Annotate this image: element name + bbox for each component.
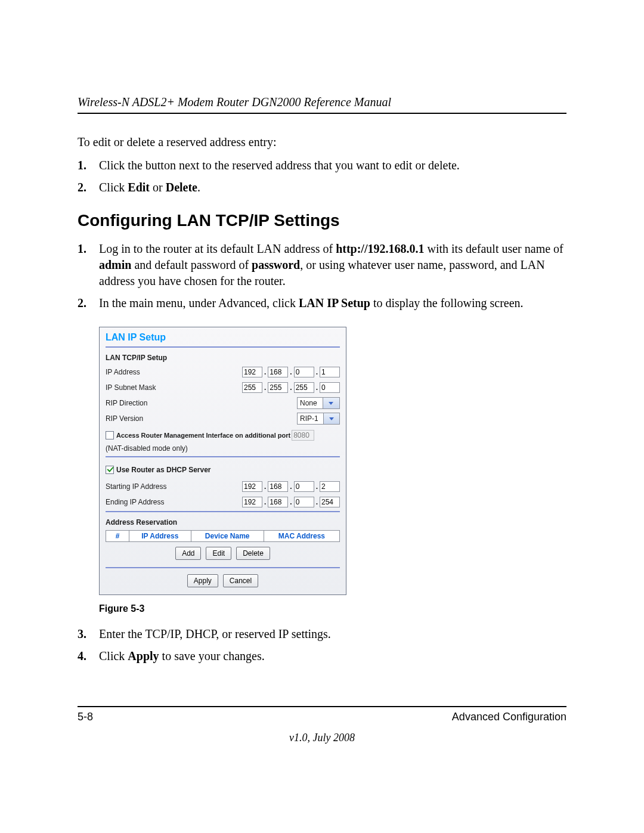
col-ip-address: IP Address xyxy=(129,531,191,542)
running-header: Wireless-N ADSL2+ Modem Router DGN2000 R… xyxy=(78,95,566,114)
lan-ip-setup-panel: LAN IP Setup LAN TCP/IP Setup IP Address… xyxy=(99,327,346,595)
start-octet-4[interactable] xyxy=(320,481,340,492)
step-text: Click Apply to save your changes. xyxy=(99,648,566,664)
figure-caption: Figure 5-3 xyxy=(99,603,566,614)
ip-address-label: IP Address xyxy=(106,368,242,376)
end-octet-2[interactable] xyxy=(268,497,288,507)
dhcp-server-checkbox[interactable] xyxy=(106,466,114,474)
footer-section: Advanced Configuration xyxy=(452,711,566,723)
configure-steps-bottom: 3. Enter the TCP/IP, DHCP, or reserved I… xyxy=(78,626,566,664)
ip-address-field: . . . xyxy=(242,367,340,377)
start-ip-label: Starting IP Address xyxy=(106,482,242,491)
ip-octet-3[interactable] xyxy=(294,367,314,377)
nat-disabled-note: (NAT-disabled mode only) xyxy=(106,444,340,453)
ip-octet-1[interactable] xyxy=(242,367,262,377)
chevron-down-icon[interactable] xyxy=(323,398,339,408)
step-text: In the main menu, under Advanced, click … xyxy=(99,295,566,311)
delete-button[interactable]: Delete xyxy=(236,547,270,560)
step-text: Click the button next to the reserved ad… xyxy=(99,157,566,174)
ip-octet-2[interactable] xyxy=(268,367,288,377)
start-octet-1[interactable] xyxy=(242,481,262,492)
step-number: 1. xyxy=(78,157,99,174)
subnet-mask-label: IP Subnet Mask xyxy=(106,383,242,392)
step-number: 2. xyxy=(78,179,99,196)
rip-version-select[interactable]: RIP-1 xyxy=(297,413,340,425)
chevron-down-icon[interactable] xyxy=(323,413,339,424)
divider xyxy=(106,511,340,512)
step-text: Click Edit or Delete. xyxy=(99,179,566,196)
start-octet-3[interactable] xyxy=(294,481,314,492)
start-ip-field: . . . xyxy=(242,481,340,492)
access-port-checkbox[interactable] xyxy=(106,431,114,439)
rip-version-value: RIP-1 xyxy=(300,414,323,423)
cancel-button[interactable]: Cancel xyxy=(223,574,258,587)
access-port-label: Access Router Management Interface on ad… xyxy=(116,432,290,439)
dhcp-server-label: Use Router as DHCP Server xyxy=(116,466,211,474)
rip-direction-value: None xyxy=(300,399,323,407)
access-port-input xyxy=(292,430,314,441)
apply-button[interactable]: Apply xyxy=(187,574,218,587)
end-octet-3[interactable] xyxy=(294,497,314,507)
end-ip-field: . . . xyxy=(242,497,340,507)
col-number: # xyxy=(106,531,129,542)
page-footer: 5-8 Advanced Configuration xyxy=(78,706,566,723)
router-ui-figure: LAN IP Setup LAN TCP/IP Setup IP Address… xyxy=(99,327,566,595)
step-number: 2. xyxy=(78,295,99,311)
mask-octet-4[interactable] xyxy=(320,382,340,393)
step-text: Enter the TCP/IP, DHCP, or reserved IP s… xyxy=(99,626,566,642)
footer-version: v1.0, July 2008 xyxy=(78,732,566,744)
edit-button[interactable]: Edit xyxy=(206,547,231,560)
divider xyxy=(106,346,340,348)
end-octet-1[interactable] xyxy=(242,497,262,507)
edit-delete-steps: 1. Click the button next to the reserved… xyxy=(78,157,566,196)
start-octet-2[interactable] xyxy=(268,481,288,492)
end-ip-label: Ending IP Address xyxy=(106,498,242,506)
section-heading: Configuring LAN TCP/IP Settings xyxy=(78,211,566,230)
step-text: Log in to the router at its default LAN … xyxy=(99,241,566,289)
lan-tcpip-section-label: LAN TCP/IP Setup xyxy=(106,354,340,362)
subnet-mask-field: . . . xyxy=(242,382,340,393)
add-button[interactable]: Add xyxy=(175,547,201,560)
mask-octet-2[interactable] xyxy=(268,382,288,393)
rip-direction-label: RIP Direction xyxy=(106,399,297,407)
end-octet-4[interactable] xyxy=(320,497,340,507)
rip-direction-select[interactable]: None xyxy=(297,397,340,409)
panel-title: LAN IP Setup xyxy=(106,332,340,343)
mask-octet-1[interactable] xyxy=(242,382,262,393)
step-number: 3. xyxy=(78,626,99,642)
divider xyxy=(106,567,340,568)
rip-version-label: RIP Version xyxy=(106,414,297,423)
page-number: 5-8 xyxy=(78,711,93,723)
intro-text: To edit or delete a reserved address ent… xyxy=(78,135,566,149)
divider xyxy=(106,456,340,457)
step-number: 4. xyxy=(78,648,99,664)
address-reservation-label: Address Reservation xyxy=(106,518,340,527)
configure-steps-top: 1. Log in to the router at its default L… xyxy=(78,241,566,311)
mask-octet-3[interactable] xyxy=(294,382,314,393)
ip-octet-4[interactable] xyxy=(320,367,340,377)
step-number: 1. xyxy=(78,241,99,289)
address-reservation-table: # IP Address Device Name MAC Address xyxy=(106,530,340,542)
col-mac-address: MAC Address xyxy=(264,531,339,542)
col-device-name: Device Name xyxy=(191,531,264,542)
